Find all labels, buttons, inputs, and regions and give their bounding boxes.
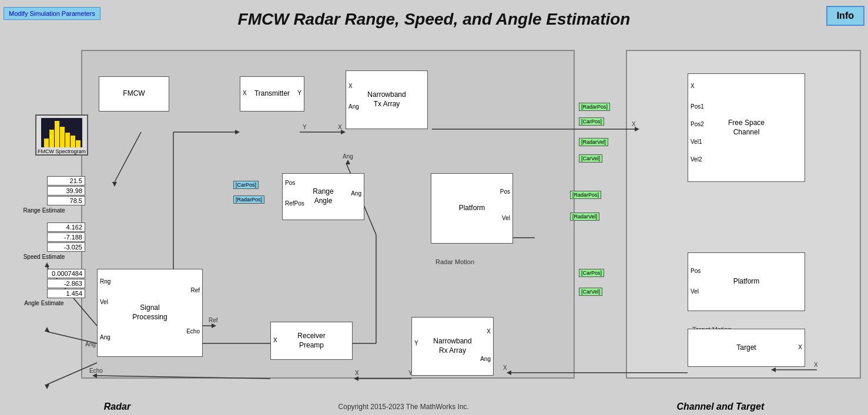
range-value-3: 78.5 xyxy=(47,196,85,205)
radar-motion-label: Radar Motion xyxy=(435,258,474,265)
car-pos-out-tag: [CarPos] xyxy=(579,269,604,277)
radar-motion-block[interactable]: Platform Pos Vel xyxy=(431,173,513,244)
car-vel-out-tag: [CarVel] xyxy=(579,288,602,296)
svg-marker-22 xyxy=(45,384,49,389)
angle-value-1: 0.0007484 xyxy=(47,269,85,278)
fmcw-block[interactable]: FMCW xyxy=(99,76,169,112)
angle-values: 0.0007484 -2.863 1.454 xyxy=(3,269,85,299)
angle-value-2: -2.863 xyxy=(47,279,85,288)
spectrogram-label: FMCW Spectrogram xyxy=(38,149,86,154)
angle-estimate-group: 0.0007484 -2.863 1.454 Angle Estimate xyxy=(3,269,85,306)
transmitter-block[interactable]: X Transmitter Y xyxy=(240,76,304,112)
radar-vel-out-tag: [RadarVel] xyxy=(570,212,599,221)
svg-marker-20 xyxy=(45,327,49,332)
page-title: FMCW Radar Range, Speed, and Angle Estim… xyxy=(238,10,631,29)
channel-footer-label: Channel and Target xyxy=(676,401,764,412)
range-values: 21.5 39.98 78.5 xyxy=(3,176,85,206)
radar-pos-input-tag: [RadarPos] xyxy=(233,195,264,204)
modify-simulation-button[interactable]: Modify Simulation Parameters xyxy=(4,7,100,20)
copyright-label: Copyright 2015-2023 The MathWorks Inc. xyxy=(339,403,469,411)
target-motion-block[interactable]: Platform Pos Vel xyxy=(688,252,805,311)
signal-processing-block[interactable]: Rng Vel Ang Ref Echo Signal Processing xyxy=(97,269,203,357)
receiver-preamp-block[interactable]: X Receiver Preamp xyxy=(270,322,353,360)
car-pos-input-tag: [CarPos] xyxy=(233,181,259,189)
spectrogram-display xyxy=(41,118,82,147)
footer-labels: Radar Copyright 2015-2023 The MathWorks … xyxy=(0,401,868,412)
header: Modify Simulation Parameters FMCW Radar … xyxy=(0,0,868,38)
radar-vel-tag-1: [RadarVel] xyxy=(579,138,608,146)
car-vel-tag-1: [CarVel] xyxy=(579,154,602,163)
range-label: Range Estimate xyxy=(3,207,85,214)
narrowband-rx-block[interactable]: X Ang Y Narrowband Rx Array xyxy=(411,317,494,376)
speed-value-2: -7.188 xyxy=(47,232,85,242)
range-value-1: 21.5 xyxy=(47,176,85,185)
car-pos-tag-1: [CarPos] xyxy=(579,117,604,126)
info-button[interactable]: Info xyxy=(826,6,864,26)
narrowband-tx-block[interactable]: X Ang Narrowband Tx Array xyxy=(346,70,428,129)
range-value-2: 39.98 xyxy=(47,186,85,195)
radar-footer-label: Radar xyxy=(104,401,130,412)
angle-label: Angle Estimate xyxy=(3,300,85,306)
radar-pos-tag-1: [RadarPos] xyxy=(579,103,610,111)
angle-value-3: 1.454 xyxy=(47,289,85,298)
speed-value-1: 4.162 xyxy=(47,222,85,232)
speed-estimate-group: 4.162 -7.188 -3.025 Speed Estimate xyxy=(3,222,85,260)
speed-value-3: -3.025 xyxy=(47,242,85,252)
spectrogram-block[interactable]: FMCW Spectrogram xyxy=(35,114,88,156)
radar-pos-out-tag: [RadarPos] xyxy=(570,191,601,199)
free-space-block[interactable]: X Pos1 Pos2 Vel1 Vel2 Free Space Channel xyxy=(688,73,805,182)
target-block[interactable]: Target X xyxy=(688,329,805,367)
speed-label: Speed Estimate xyxy=(3,254,85,260)
estimates-panel: 21.5 39.98 78.5 Range Estimate 4.162 -7.… xyxy=(3,176,85,313)
speed-values: 4.162 -7.188 -3.025 xyxy=(3,222,85,252)
range-estimate-group: 21.5 39.98 78.5 Range Estimate xyxy=(3,176,85,214)
range-angle-block[interactable]: Pos RefPos Range Angle Ang xyxy=(282,173,364,220)
